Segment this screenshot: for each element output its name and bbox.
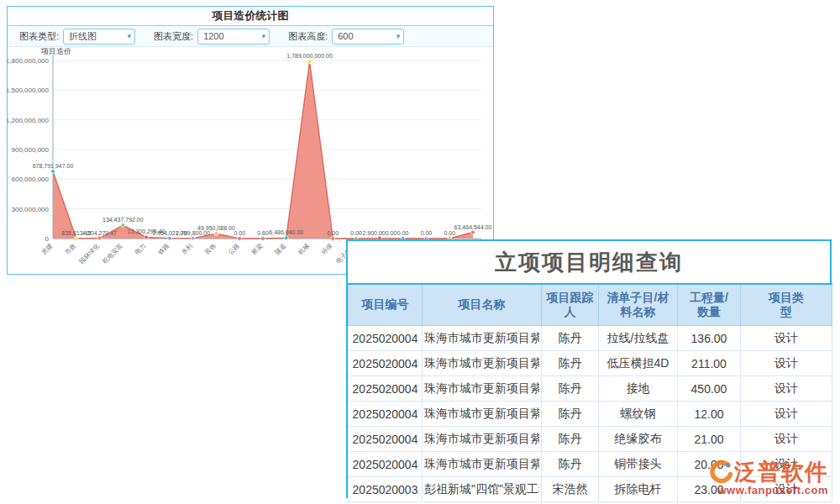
tracker-cell: 陈丹 — [542, 351, 599, 376]
chevron-down-icon: ▾ — [396, 32, 401, 40]
project-name-link[interactable]: 彭祖新城"四馆"景观工程 — [423, 477, 542, 502]
chart-width-label: 图表宽度: — [154, 30, 193, 43]
svg-text:1,500,000,000: 1,500,000,000 — [8, 87, 50, 94]
svg-text:300,000,000: 300,000,000 — [12, 206, 50, 213]
table-row: 2025020004珠海市城市更新项目紫桐陈丹拉线/拉线盘136.00设计 — [349, 326, 832, 351]
svg-text:园林绿化: 园林绿化 — [77, 242, 101, 265]
material-cell: 拉线/拉线盘 — [599, 326, 678, 351]
tracker-cell: 陈丹 — [542, 427, 599, 452]
quantity-cell: 21.00 — [678, 427, 741, 452]
tracker-cell: 陈丹 — [542, 452, 599, 477]
svg-text:900,000,000: 900,000,000 — [12, 146, 50, 154]
project-table-body: 2025020004珠海市城市更新项目紫桐陈丹拉线/拉线盘136.00设计202… — [349, 326, 832, 502]
svg-text:1,800,000,000: 1,800,000,000 — [8, 57, 50, 65]
svg-text:水利: 水利 — [179, 242, 194, 257]
project-name-link[interactable]: 珠海市城市更新项目紫桐 — [423, 452, 542, 477]
chart-height-value: 600 — [338, 31, 353, 41]
query-window: 立项项目明细查询 项目编号项目名称项目跟踪人清单子目/材料名称工程量/数量项目类… — [346, 239, 832, 498]
svg-text:桥梁: 桥梁 — [249, 242, 265, 257]
svg-text:6,486,040.00: 6,486,040.00 — [269, 229, 303, 235]
project-code-link[interactable]: 2025020004 — [349, 351, 423, 376]
project-type-cell: 设计 — [741, 376, 832, 402]
project-code-link[interactable]: 2025020004 — [349, 376, 423, 402]
tracker-cell: 陈丹 — [542, 376, 599, 402]
svg-text:隧道: 隧道 — [273, 242, 287, 256]
svg-text:环保: 环保 — [320, 242, 334, 256]
chart-toolbar: 图表类型: 折线图 ▾ 图表宽度: 1200 ▾ 图表高度: 600 ▾ — [8, 26, 493, 47]
chart-window-title: 项目造价统计图 — [8, 7, 493, 26]
quantity-cell: 211.00 — [678, 351, 741, 376]
column-header-5: 项目类型 — [741, 284, 832, 326]
chart-width-select[interactable]: 1200 ▾ — [197, 29, 270, 45]
svg-text:0.00: 0.00 — [421, 230, 433, 236]
material-cell: 螺纹钢 — [599, 402, 678, 427]
svg-text:0.00: 0.00 — [234, 230, 245, 236]
svg-text:机电安装: 机电安装 — [101, 242, 124, 265]
svg-text:0.60: 0.60 — [257, 230, 269, 236]
svg-text:2,900,000.00: 2,900,000.00 — [362, 230, 396, 236]
tracker-cell: 陈丹 — [542, 326, 599, 351]
table-row: 2025020004珠海市城市更新项目紫桐陈丹绝缘胶布21.00设计 — [349, 427, 832, 452]
column-header-2: 项目跟踪人 — [542, 284, 599, 326]
material-cell: 绝缘胶布 — [599, 427, 678, 452]
chevron-down-icon: ▾ — [128, 32, 132, 40]
chart-width-group: 图表宽度: 1200 ▾ — [154, 29, 270, 45]
project-type-cell: 设计 — [741, 351, 832, 376]
project-name-link[interactable]: 珠海市城市更新项目紫桐 — [423, 376, 542, 402]
chart-type-label: 图表类型: — [19, 30, 59, 43]
material-cell: 铜带接头 — [599, 452, 678, 477]
svg-text:134,437,792.00: 134,437,792.00 — [102, 217, 144, 223]
table-header: 项目编号项目名称项目跟踪人清单子目/材料名称工程量/数量项目类型 — [349, 284, 832, 326]
table-row: 2025020004珠海市城市更新项目紫桐陈丹低压横担4D211.00设计 — [349, 351, 832, 376]
project-name-link[interactable]: 珠海市城市更新项目紫桐 — [423, 326, 542, 351]
chart-type-value: 折线图 — [69, 30, 97, 43]
column-header-0: 项目编号 — [349, 284, 423, 326]
svg-text:4,204,270.47: 4,204,270.47 — [82, 230, 117, 236]
chart-height-group: 图表高度: 600 ▾ — [288, 29, 404, 45]
project-code-link[interactable]: 2025020003 — [349, 477, 423, 502]
project-code-link[interactable]: 2025020004 — [349, 402, 423, 427]
svg-text:600,000,000: 600,000,000 — [12, 176, 50, 183]
quantity-cell: 136.00 — [678, 326, 741, 351]
project-name-link[interactable]: 珠海市城市更新项目紫桐 — [423, 351, 542, 376]
project-type-cell: 设计 — [741, 452, 832, 477]
material-cell: 拆除电杆 — [599, 477, 678, 502]
svg-text:公路: 公路 — [227, 242, 241, 256]
chart-height-label: 图表高度: — [288, 30, 328, 43]
svg-text:49,950,088.00: 49,950,088.00 — [197, 225, 235, 231]
table-row: 2025020004珠海市城市更新项目紫桐陈丹铜带接头20.00设计 — [349, 452, 832, 477]
material-cell: 接地 — [599, 376, 678, 402]
svg-text:63,464,544.00: 63,464,544.00 — [454, 224, 492, 230]
table-row: 2025020003彭祖新城"四馆"景观工程宋浩然拆除电杆23.00设计 — [349, 477, 832, 502]
chart-window: 项目造价统计图 图表类型: 折线图 ▾ 图表宽度: 1200 ▾ 图表高度: 6… — [7, 6, 494, 275]
project-type-cell: 设计 — [741, 326, 832, 351]
project-detail-table: 项目编号项目名称项目跟踪人清单子目/材料名称工程量/数量项目类型 2025020… — [348, 283, 832, 502]
chart-type-select[interactable]: 折线图 ▾ — [63, 29, 135, 45]
material-cell: 低压横担4D — [599, 351, 678, 376]
svg-text:市政: 市政 — [63, 242, 77, 256]
svg-text:机械: 机械 — [297, 242, 311, 256]
svg-text:铁路: 铁路 — [156, 242, 171, 257]
quantity-cell: 20.00 — [678, 452, 741, 477]
project-name-link[interactable]: 珠海市城市更新项目紫桐 — [423, 427, 542, 452]
chart-type-group: 图表类型: 折线图 ▾ — [19, 29, 135, 45]
project-code-link[interactable]: 2025020004 — [349, 427, 423, 452]
project-name-link[interactable]: 珠海市城市更新项目紫桐 — [423, 402, 542, 427]
svg-text:1,789,000,000.00: 1,789,000,000.00 — [286, 53, 333, 59]
project-type-cell: 设计 — [741, 427, 832, 452]
svg-text:0.00: 0.00 — [350, 230, 362, 236]
svg-text:0.00: 0.00 — [444, 230, 455, 236]
column-header-1: 项目名称 — [423, 284, 542, 326]
project-code-link[interactable]: 2025020004 — [349, 326, 423, 351]
chart-height-select[interactable]: 600 ▾ — [332, 29, 404, 45]
svg-text:0: 0 — [45, 235, 50, 243]
page-title: 立项项目明细查询 — [348, 241, 830, 283]
svg-text:房建: 房建 — [39, 242, 54, 256]
project-code-link[interactable]: 2025020004 — [349, 452, 423, 477]
svg-text:678,791,947.00: 678,791,947.00 — [33, 163, 74, 169]
svg-text:0.00: 0.00 — [328, 230, 339, 236]
quantity-cell: 23.00 — [678, 477, 741, 502]
chevron-down-icon: ▾ — [262, 32, 266, 40]
svg-text:装饰: 装饰 — [203, 242, 218, 256]
quantity-cell: 450.00 — [678, 376, 741, 402]
